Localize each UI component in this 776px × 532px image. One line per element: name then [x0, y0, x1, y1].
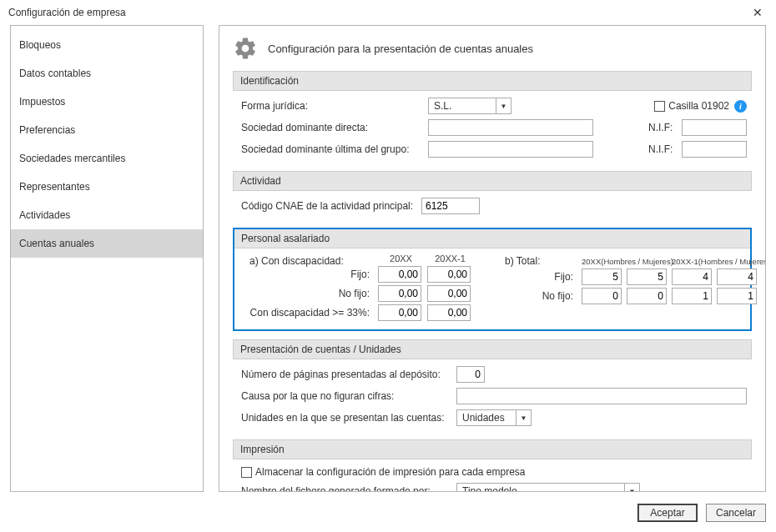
paginas-input[interactable]	[456, 366, 485, 383]
row-nofijo-b: No fijo:	[505, 290, 578, 302]
sidebar-item-cuentas-anuales[interactable]: Cuentas anuales	[11, 229, 203, 258]
b-nofijo-h-20xx1[interactable]	[672, 288, 712, 304]
sidebar-item-preferencias[interactable]: Preferencias	[11, 116, 203, 144]
chevron-down-icon: ▼	[516, 410, 531, 425]
a-33-20xx1[interactable]	[427, 304, 471, 321]
causa-label: Causa por la que no figuran cifras:	[241, 390, 451, 402]
checkbox-box	[241, 467, 252, 478]
close-icon[interactable]: ✕	[748, 6, 768, 19]
cnae-label: Código CNAE de la actividad principal:	[241, 200, 416, 212]
col-b-20xx: 20XX(Hombres / Mujeres)	[582, 257, 668, 266]
row-fijo-a: Fijo:	[249, 269, 375, 280]
a-fijo-20xx[interactable]	[378, 266, 421, 283]
nif2-input[interactable]	[682, 141, 747, 158]
b-nofijo-h-20xx[interactable]	[582, 288, 622, 304]
section-presentacion: Presentación de cuentas / Unidades	[233, 339, 752, 359]
b-fijo-m-20xx[interactable]	[627, 269, 667, 285]
accept-button[interactable]: Aceptar	[637, 504, 698, 522]
nif1-label: N.I.F:	[648, 122, 677, 133]
cancel-button[interactable]: Cancelar	[706, 504, 766, 522]
casilla-01902-checkbox[interactable]: Casilla 01902	[654, 100, 729, 112]
dominante-grupo-input[interactable]	[428, 141, 593, 158]
dominante-grupo-label: Sociedad dominante última del grupo:	[241, 143, 423, 155]
b-nofijo-m-20xx1[interactable]	[717, 288, 757, 304]
page-title: Configuración para la presentación de cu…	[268, 43, 533, 55]
a-nofijo-20xx1[interactable]	[427, 285, 471, 302]
sidebar: Bloqueos Datos contables Impuestos Prefe…	[10, 25, 204, 492]
forma-juridica-select[interactable]: S.L. ▼	[428, 98, 511, 114]
chevron-down-icon: ▼	[496, 98, 511, 113]
cnae-input[interactable]	[421, 198, 480, 214]
b-fijo-m-20xx1[interactable]	[717, 269, 757, 285]
a-33-20xx[interactable]	[378, 304, 421, 321]
sidebar-item-impuestos[interactable]: Impuestos	[11, 88, 203, 116]
forma-juridica-label: Forma jurídica:	[241, 100, 423, 112]
chevron-down-icon: ▼	[624, 484, 639, 492]
row-fijo-b: Fijo:	[505, 271, 578, 283]
paginas-label: Número de páginas presentadas al depósit…	[241, 369, 451, 380]
gear-icon	[233, 36, 258, 61]
unidades-label: Unidades en la que se presentan las cuen…	[241, 412, 451, 424]
section-impresion: Impresión	[233, 439, 752, 459]
dominante-directa-input[interactable]	[428, 119, 593, 136]
causa-input[interactable]	[456, 388, 747, 404]
unidades-select[interactable]: Unidades ▼	[456, 409, 532, 426]
section-personal: Personal asalariado	[234, 229, 750, 248]
b-nofijo-m-20xx[interactable]	[627, 288, 667, 304]
sidebar-item-bloqueos[interactable]: Bloqueos	[11, 31, 203, 59]
dominante-directa-label: Sociedad dominante directa:	[241, 122, 423, 133]
section-identificacion: Identificación	[233, 71, 752, 91]
col-20xx1: 20XX-1	[427, 253, 473, 263]
section-actividad: Actividad	[233, 171, 752, 191]
b-fijo-h-20xx1[interactable]	[672, 269, 712, 285]
almacenar-checkbox[interactable]: Almacenar la configuración de impresión …	[241, 466, 526, 478]
fichero-label: Nombre del fichero generado formado por:	[241, 485, 451, 492]
sidebar-item-datos-contables[interactable]: Datos contables	[11, 59, 203, 88]
sidebar-item-sociedades[interactable]: Sociedades mercantiles	[11, 144, 203, 173]
sidebar-item-representantes[interactable]: Representantes	[11, 173, 203, 201]
sidebar-item-actividades[interactable]: Actividades	[11, 201, 203, 229]
nif2-label: N.I.F:	[648, 143, 677, 155]
window-title: Configuración de empresa	[8, 7, 126, 18]
row-33: Con discapacidad >= 33%:	[249, 307, 375, 319]
checkbox-box	[654, 101, 665, 112]
row-nofijo-a: No fijo:	[249, 288, 375, 299]
nif1-input[interactable]	[682, 119, 747, 136]
col-20xx: 20XX	[378, 253, 424, 263]
b-fijo-h-20xx[interactable]	[582, 269, 622, 285]
col-b-20xx1: 20XX-1(Hombres / Mujeres)	[672, 257, 758, 266]
section-personal-frame: Personal asalariado a) Con discapacidad:…	[233, 228, 752, 331]
a-fijo-20xx1[interactable]	[427, 266, 471, 283]
fichero-select[interactable]: Tipo modelo ▼	[456, 483, 640, 492]
info-icon[interactable]: i	[734, 100, 747, 113]
main-panel: Configuración para la presentación de cu…	[219, 25, 766, 492]
a-nofijo-20xx[interactable]	[378, 285, 421, 302]
